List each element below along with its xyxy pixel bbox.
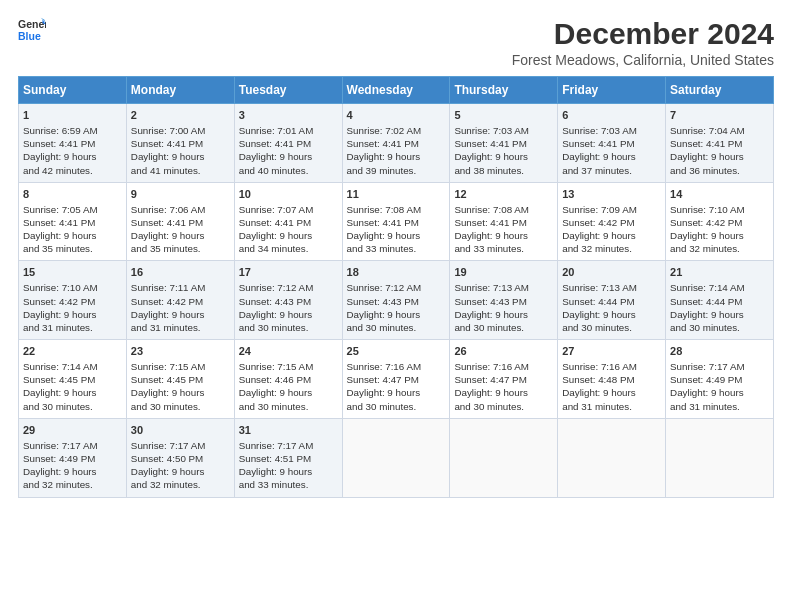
table-row: 19Sunrise: 7:13 AMSunset: 4:43 PMDayligh… <box>450 261 558 340</box>
day-info-line: Sunset: 4:41 PM <box>347 137 446 150</box>
header-friday: Friday <box>558 77 666 104</box>
day-info-line: Sunrise: 7:03 AM <box>454 124 553 137</box>
day-number: 3 <box>239 108 338 123</box>
day-info-line: Daylight: 9 hours <box>454 386 553 399</box>
table-row: 5Sunrise: 7:03 AMSunset: 4:41 PMDaylight… <box>450 104 558 183</box>
day-number: 26 <box>454 344 553 359</box>
day-info-line: Sunrise: 7:11 AM <box>131 281 230 294</box>
day-info-line: and 42 minutes. <box>23 164 122 177</box>
day-info-line: and 35 minutes. <box>23 242 122 255</box>
day-info-line: Daylight: 9 hours <box>670 150 769 163</box>
day-info-line: and 40 minutes. <box>239 164 338 177</box>
table-row <box>558 418 666 497</box>
day-info-line: Sunrise: 7:13 AM <box>562 281 661 294</box>
day-info-line: and 41 minutes. <box>131 164 230 177</box>
day-info-line: Sunrise: 7:08 AM <box>454 203 553 216</box>
day-info-line: Sunrise: 7:15 AM <box>239 360 338 373</box>
day-number: 20 <box>562 265 661 280</box>
svg-text:General: General <box>18 18 46 30</box>
day-info-line: Daylight: 9 hours <box>23 229 122 242</box>
day-info-line: Sunset: 4:41 PM <box>347 216 446 229</box>
day-info-line: Sunrise: 7:17 AM <box>23 439 122 452</box>
day-info-line: Sunrise: 7:01 AM <box>239 124 338 137</box>
day-number: 12 <box>454 187 553 202</box>
day-info-line: Sunset: 4:47 PM <box>347 373 446 386</box>
day-number: 31 <box>239 423 338 438</box>
day-number: 7 <box>670 108 769 123</box>
header-monday: Monday <box>126 77 234 104</box>
day-info-line: Sunrise: 7:17 AM <box>670 360 769 373</box>
day-number: 17 <box>239 265 338 280</box>
table-row: 1Sunrise: 6:59 AMSunset: 4:41 PMDaylight… <box>19 104 127 183</box>
day-info-line: Daylight: 9 hours <box>347 229 446 242</box>
day-info-line: Daylight: 9 hours <box>239 308 338 321</box>
day-info-line: Sunset: 4:43 PM <box>239 295 338 308</box>
table-row: 9Sunrise: 7:06 AMSunset: 4:41 PMDaylight… <box>126 182 234 261</box>
day-info-line: and 38 minutes. <box>454 164 553 177</box>
logo: General Blue <box>18 16 46 44</box>
day-info-line: Daylight: 9 hours <box>454 229 553 242</box>
day-info-line: and 33 minutes. <box>454 242 553 255</box>
day-number: 24 <box>239 344 338 359</box>
table-row: 29Sunrise: 7:17 AMSunset: 4:49 PMDayligh… <box>19 418 127 497</box>
day-info-line: Sunset: 4:45 PM <box>131 373 230 386</box>
day-number: 2 <box>131 108 230 123</box>
day-info-line: and 34 minutes. <box>239 242 338 255</box>
day-info-line: Sunset: 4:41 PM <box>454 216 553 229</box>
day-info-line: Sunrise: 7:14 AM <box>670 281 769 294</box>
day-number: 29 <box>23 423 122 438</box>
header-tuesday: Tuesday <box>234 77 342 104</box>
day-info-line: Sunset: 4:42 PM <box>23 295 122 308</box>
day-info-line: Sunrise: 7:17 AM <box>131 439 230 452</box>
day-info-line: and 39 minutes. <box>347 164 446 177</box>
day-info-line: and 30 minutes. <box>131 400 230 413</box>
day-info-line: Daylight: 9 hours <box>239 465 338 478</box>
day-info-line: Sunset: 4:42 PM <box>562 216 661 229</box>
day-info-line: Sunset: 4:44 PM <box>562 295 661 308</box>
day-info-line: Sunrise: 7:05 AM <box>23 203 122 216</box>
header-saturday: Saturday <box>666 77 774 104</box>
day-info-line: Sunrise: 7:07 AM <box>239 203 338 216</box>
day-info-line: and 32 minutes. <box>670 242 769 255</box>
day-info-line: and 37 minutes. <box>562 164 661 177</box>
day-info-line: Sunset: 4:49 PM <box>670 373 769 386</box>
day-info-line: and 33 minutes. <box>347 242 446 255</box>
day-info-line: Daylight: 9 hours <box>131 150 230 163</box>
day-info-line: Sunset: 4:42 PM <box>670 216 769 229</box>
day-info-line: Sunset: 4:51 PM <box>239 452 338 465</box>
day-info-line: Sunrise: 7:04 AM <box>670 124 769 137</box>
day-info-line: Daylight: 9 hours <box>670 308 769 321</box>
day-number: 21 <box>670 265 769 280</box>
table-row: 30Sunrise: 7:17 AMSunset: 4:50 PMDayligh… <box>126 418 234 497</box>
day-info-line: and 30 minutes. <box>347 321 446 334</box>
day-info-line: and 30 minutes. <box>239 321 338 334</box>
day-info-line: and 30 minutes. <box>23 400 122 413</box>
day-number: 1 <box>23 108 122 123</box>
day-info-line: Sunrise: 7:00 AM <box>131 124 230 137</box>
day-info-line: Sunrise: 7:10 AM <box>23 281 122 294</box>
day-info-line: Sunset: 4:41 PM <box>239 216 338 229</box>
table-row: 21Sunrise: 7:14 AMSunset: 4:44 PMDayligh… <box>666 261 774 340</box>
day-info-line: Daylight: 9 hours <box>131 229 230 242</box>
table-row: 13Sunrise: 7:09 AMSunset: 4:42 PMDayligh… <box>558 182 666 261</box>
day-number: 4 <box>347 108 446 123</box>
day-number: 5 <box>454 108 553 123</box>
table-row: 20Sunrise: 7:13 AMSunset: 4:44 PMDayligh… <box>558 261 666 340</box>
day-info-line: and 31 minutes. <box>23 321 122 334</box>
day-number: 19 <box>454 265 553 280</box>
day-info-line: Sunrise: 7:02 AM <box>347 124 446 137</box>
day-info-line: Sunrise: 7:12 AM <box>347 281 446 294</box>
day-info-line: Daylight: 9 hours <box>23 465 122 478</box>
day-info-line: Daylight: 9 hours <box>131 308 230 321</box>
day-info-line: Sunset: 4:41 PM <box>23 137 122 150</box>
day-info-line: Daylight: 9 hours <box>347 386 446 399</box>
day-info-line: Sunrise: 7:12 AM <box>239 281 338 294</box>
day-number: 28 <box>670 344 769 359</box>
table-row: 17Sunrise: 7:12 AMSunset: 4:43 PMDayligh… <box>234 261 342 340</box>
day-number: 10 <box>239 187 338 202</box>
table-row: 31Sunrise: 7:17 AMSunset: 4:51 PMDayligh… <box>234 418 342 497</box>
day-info-line: Daylight: 9 hours <box>23 386 122 399</box>
day-info-line: Sunset: 4:41 PM <box>562 137 661 150</box>
day-info-line: and 32 minutes. <box>562 242 661 255</box>
day-info-line: and 30 minutes. <box>562 321 661 334</box>
